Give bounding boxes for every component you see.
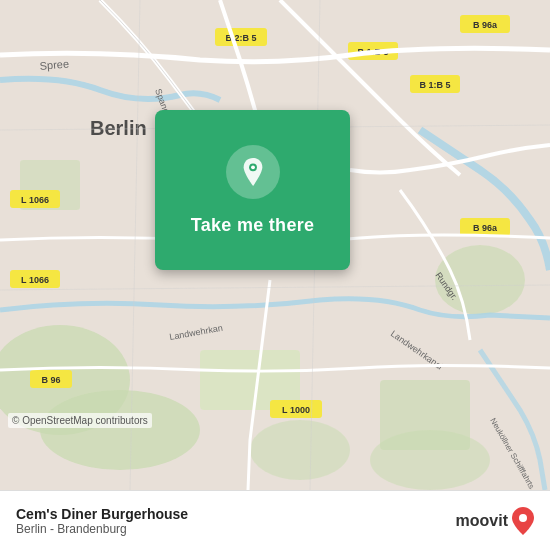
svg-text:B 96a: B 96a (473, 20, 498, 30)
bottom-bar: Cem's Diner Burgerhouse Berlin - Branden… (0, 490, 550, 550)
place-region: Berlin - Brandenburg (16, 522, 188, 536)
take-me-there-card[interactable]: Take me there (155, 110, 350, 270)
svg-text:Berlin: Berlin (90, 117, 147, 139)
svg-point-6 (370, 430, 490, 490)
location-icon-wrapper (226, 145, 280, 199)
svg-point-8 (250, 420, 350, 480)
moovit-pin-icon (512, 507, 534, 535)
take-me-there-label: Take me there (191, 215, 315, 236)
place-name: Cem's Diner Burgerhouse (16, 506, 188, 522)
svg-point-35 (251, 165, 255, 169)
svg-text:L 1000: L 1000 (282, 405, 310, 415)
svg-text:L 1066: L 1066 (21, 195, 49, 205)
moovit-logo: moovit (456, 507, 534, 535)
svg-text:B 96: B 96 (41, 375, 60, 385)
svg-text:Spree: Spree (39, 57, 69, 72)
svg-text:B 96a: B 96a (473, 223, 498, 233)
svg-point-2 (40, 390, 200, 470)
svg-point-36 (519, 514, 527, 522)
svg-text:L 1066: L 1066 (21, 275, 49, 285)
place-info: Cem's Diner Burgerhouse Berlin - Branden… (16, 506, 188, 536)
svg-text:B 1:B 5: B 1:B 5 (419, 80, 450, 90)
location-pin-icon (239, 158, 267, 186)
moovit-text: moovit (456, 512, 508, 530)
map-container: B 96a B 2:B 5 B 1:B 5 B 1:B 5 B 96a L 10… (0, 0, 550, 490)
map-copyright: © OpenStreetMap contributors (8, 413, 152, 428)
